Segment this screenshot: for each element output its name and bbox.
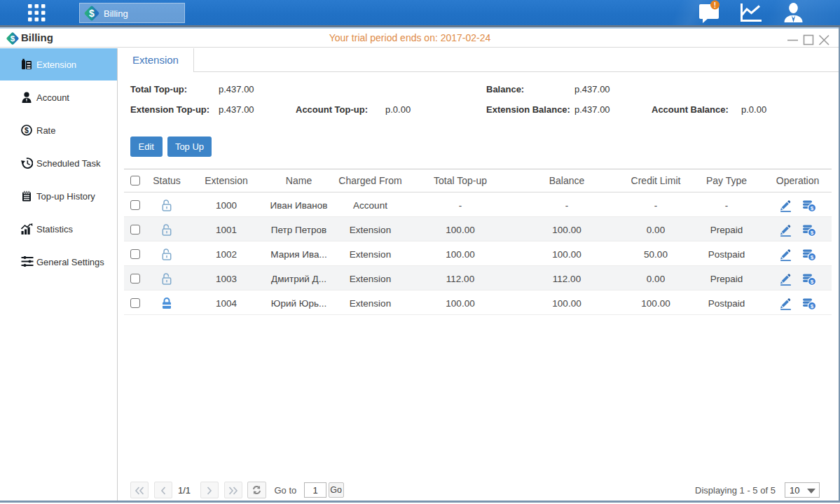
- svg-text:$: $: [89, 8, 95, 19]
- svg-text:$: $: [811, 230, 814, 236]
- svg-text:$: $: [811, 303, 814, 309]
- svg-text:$: $: [811, 279, 814, 285]
- svg-text:$: $: [811, 254, 814, 260]
- svg-text:!: !: [714, 1, 716, 9]
- svg-text:$: $: [25, 126, 29, 134]
- svg-text:$: $: [811, 205, 814, 211]
